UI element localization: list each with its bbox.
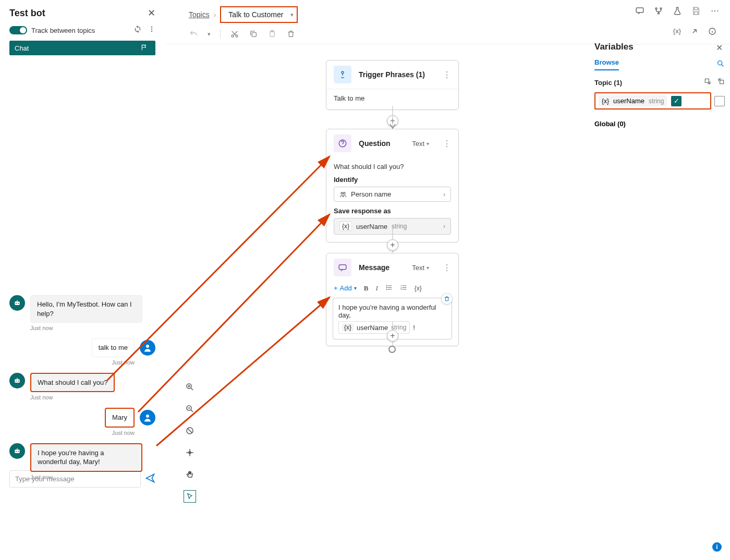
close-icon[interactable]: ✕ — [716, 43, 723, 53]
svg-rect-41 — [386, 289, 387, 290]
question-node[interactable]: Question Text ▾ ⋮ What should I call you… — [326, 129, 459, 242]
breadcrumb-current[interactable]: Talk to Customer — [224, 8, 287, 21]
delete-icon[interactable] — [286, 29, 296, 39]
delete-variation-icon[interactable] — [441, 293, 453, 305]
add-node-button[interactable]: + — [387, 239, 398, 251]
node-more-icon[interactable]: ⋮ — [443, 263, 451, 273]
identify-select[interactable]: Person name › — [334, 187, 451, 202]
more-icon[interactable] — [148, 26, 155, 35]
flag-icon[interactable] — [141, 44, 149, 52]
svg-rect-37 — [386, 285, 387, 286]
track-toggle[interactable] — [9, 26, 27, 34]
svg-point-18 — [655, 8, 657, 9]
svg-point-0 — [151, 27, 152, 28]
svg-text:3: 3 — [400, 288, 402, 290]
timestamp: Just now — [30, 394, 155, 400]
copy-icon[interactable] — [249, 29, 258, 39]
svg-point-33 — [341, 192, 343, 194]
refresh-icon[interactable] — [133, 25, 142, 35]
undo-icon[interactable] — [189, 29, 198, 39]
global-section: Global (0) — [594, 120, 725, 128]
end-node-icon — [388, 346, 396, 353]
question-title: Question — [359, 139, 405, 148]
message-bubble-highlighted: What should I call you? — [30, 373, 115, 393]
chat-tab[interactable]: Chat — [9, 41, 155, 55]
variables-button[interactable]: {x} — [673, 27, 681, 38]
svg-point-1 — [151, 29, 152, 30]
trigger-node[interactable]: Trigger Phrases (1) ⋮ Talk to me — [326, 60, 459, 110]
variable-chip[interactable]: {x} userName string — [338, 321, 410, 334]
share-icon[interactable] — [690, 27, 699, 38]
fit-to-screen-icon[interactable] — [184, 446, 196, 459]
chat-icon[interactable] — [635, 6, 644, 16]
node-more-icon[interactable]: ⋮ — [443, 70, 451, 80]
return-icon[interactable] — [717, 78, 725, 87]
zoom-controls — [184, 381, 196, 503]
canvas-toolbar-right: {x} — [673, 27, 716, 38]
variable-insert-button[interactable]: {x} — [415, 285, 422, 292]
save-icon[interactable] — [691, 6, 701, 16]
list-ul-icon[interactable] — [385, 284, 393, 293]
test-bot-panel: Test bot ✕ Track between topics Chat H — [9, 7, 155, 488]
person-icon — [339, 191, 347, 198]
svg-rect-8 — [15, 379, 19, 383]
bot-avatar-icon — [9, 443, 25, 459]
zoom-out-icon[interactable] — [184, 403, 196, 415]
message-bubble-highlighted: Mary — [105, 408, 135, 428]
checkbox-unchecked[interactable] — [714, 96, 725, 106]
info-icon[interactable] — [708, 27, 716, 38]
variables-title: Variables — [594, 42, 725, 52]
node-type[interactable]: Text ▾ — [412, 140, 429, 148]
pan-icon[interactable] — [184, 468, 196, 481]
undo-dropdown-icon[interactable]: ▾ — [208, 31, 211, 38]
track-label: Track between topics — [31, 27, 95, 34]
bold-button[interactable]: B — [364, 284, 369, 293]
list-ol-icon[interactable]: 123 — [400, 284, 407, 293]
node-more-icon[interactable]: ⋮ — [443, 139, 451, 149]
flask-icon[interactable] — [673, 6, 682, 16]
test-bot-title: Test bot — [9, 8, 45, 19]
cursor-icon[interactable] — [184, 490, 196, 503]
chevron-right-icon: › — [443, 191, 445, 198]
checkbox-checked[interactable]: ✓ — [671, 96, 682, 106]
variable-name: userName — [357, 324, 388, 332]
timestamp: Just now — [9, 359, 135, 366]
variable-row: {x} userName string ✓ — [594, 92, 725, 109]
close-icon[interactable]: ✕ — [148, 7, 155, 19]
svg-point-22 — [714, 10, 715, 11]
branch-icon[interactable] — [654, 6, 663, 16]
variable-type: string — [649, 98, 664, 105]
info-badge-icon[interactable]: i — [712, 542, 722, 552]
zoom-reset-icon[interactable] — [184, 424, 196, 437]
svg-point-5 — [18, 303, 19, 304]
test-bot-header: Test bot ✕ — [9, 7, 155, 19]
question-icon — [334, 135, 351, 152]
svg-point-30 — [342, 71, 344, 74]
add-button[interactable]: + Add ▾ — [334, 284, 357, 292]
more-icon[interactable] — [710, 6, 720, 16]
save-response-label: Save response as — [334, 207, 451, 215]
paste-icon[interactable] — [267, 29, 277, 39]
zoom-in-icon[interactable] — [184, 381, 196, 393]
variables-tab-browse[interactable]: Browse — [594, 58, 619, 70]
svg-point-7 — [146, 345, 149, 348]
bot-message: I hope you're having a wonderful day, Ma… — [9, 443, 155, 472]
receive-icon[interactable] — [704, 78, 711, 87]
svg-rect-17 — [636, 8, 643, 13]
variable-icon: {x} — [602, 98, 609, 105]
node-type[interactable]: Text ▾ — [412, 264, 429, 272]
search-icon[interactable] — [716, 59, 725, 70]
trigger-title: Trigger Phrases (1) — [359, 70, 435, 79]
variables-panel: Variables ✕ Browse Topic (1) {x} userNam… — [594, 42, 725, 128]
italic-button[interactable]: I — [375, 284, 378, 293]
breadcrumb-topics[interactable]: Topics — [189, 10, 210, 19]
svg-rect-39 — [386, 287, 387, 288]
add-node-button[interactable]: + — [387, 330, 398, 342]
bot-avatar-icon — [9, 373, 25, 388]
cut-icon[interactable] — [230, 29, 239, 39]
chevron-right-icon: › — [443, 223, 445, 230]
chevron-down-icon[interactable]: ▾ — [290, 11, 294, 18]
variable-chip-highlighted[interactable]: {x} userName string ✓ — [594, 92, 711, 109]
variable-type: string — [392, 223, 407, 230]
bot-avatar-icon — [9, 295, 25, 311]
